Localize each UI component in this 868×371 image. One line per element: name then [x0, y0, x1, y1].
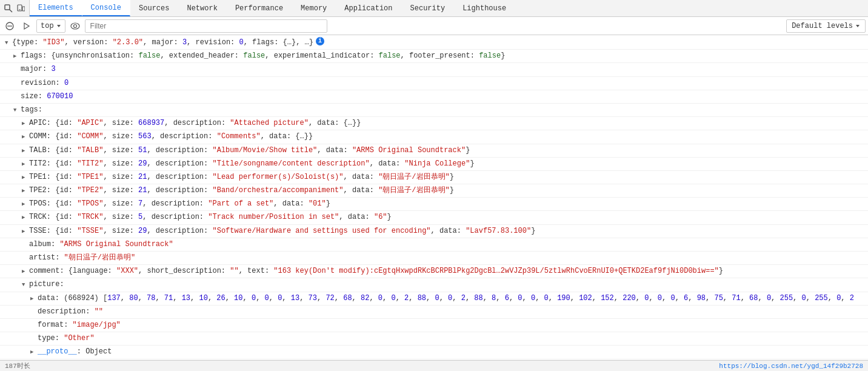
picture-line[interactable]: picture: [0, 278, 868, 292]
expand-proto-picture[interactable] [30, 346, 38, 358]
expand-data-array[interactable] [30, 293, 38, 304]
devtools-icons [0, 0, 30, 16]
artist-line: artist: "朝日温子/岩田恭明" [0, 252, 868, 265]
status-bar: 187时长 https://blog.csdn.net/ygd_14f29b27… [0, 360, 868, 371]
context-selector[interactable]: top [36, 19, 65, 33]
toolbar: top Default levels [0, 17, 868, 35]
revision-line: revision: 0 [0, 77, 868, 90]
tpos-line[interactable]: TPOS: {id: "TPOS", size: 7, description:… [0, 198, 868, 211]
expand-trck[interactable] [22, 212, 29, 223]
expand-flags[interactable] [13, 50, 21, 62]
svg-point-9 [71, 23, 79, 29]
levels-selector[interactable]: Default levels [786, 19, 866, 33]
tab-bar: Elements Console Sources Network Perform… [0, 0, 868, 17]
tpe1-line[interactable]: TPE1: {id: "TPE1", size: 21, description… [0, 171, 868, 184]
svg-marker-7 [24, 23, 29, 29]
expand-root[interactable] [5, 37, 12, 48]
tab-console[interactable]: Console [82, 0, 130, 16]
svg-rect-0 [5, 5, 10, 10]
expand-comm[interactable] [22, 131, 29, 142]
comment-line[interactable]: comment: {language: "XXX", short_descrip… [0, 265, 868, 278]
expand-tpe1[interactable] [22, 172, 29, 183]
filter-input[interactable] [85, 19, 327, 33]
trck-line[interactable]: TRCK: {id: "TRCK", size: 5, description:… [0, 211, 868, 224]
expand-comment[interactable] [22, 266, 29, 277]
tit2-line[interactable]: TIT2: {id: "TIT2", size: 29, description… [0, 158, 868, 171]
clear-button[interactable] [2, 19, 17, 33]
tab-security[interactable]: Security [402, 0, 455, 16]
tags-line[interactable]: tags: [0, 104, 868, 117]
expand-tpos[interactable] [22, 198, 29, 210]
tab-performance[interactable]: Performance [227, 0, 292, 16]
expand-tpe2[interactable] [22, 185, 29, 196]
status-left: 187时长 [5, 361, 30, 370]
inspect-icon[interactable] [4, 4, 13, 13]
tpe2-line[interactable]: TPE2: {id: "TPE2", size: 21, description… [0, 184, 868, 198]
expand-picture[interactable] [22, 279, 29, 290]
major-line: major: 3 [0, 63, 868, 76]
tab-network[interactable]: Network [178, 0, 226, 16]
tab-sources[interactable]: Sources [130, 0, 178, 16]
expand-talb[interactable] [22, 145, 29, 156]
tab-application[interactable]: Application [336, 0, 401, 16]
flags-line[interactable]: flags: {unsynchronisation: false, extend… [0, 50, 868, 63]
expand-tsse[interactable] [22, 226, 29, 237]
console-root-line[interactable]: {type: "ID3", version: "2.3.0", major: 3… [0, 36, 868, 50]
picture-type-line: type: "Other" [0, 332, 868, 346]
description-line: description: "" [0, 306, 868, 319]
comm-line[interactable]: COMM: {id: "COMM", size: 563, descriptio… [0, 130, 868, 144]
expand-tags[interactable] [13, 104, 21, 116]
eye-button[interactable] [68, 19, 82, 33]
pause-button[interactable] [19, 19, 34, 33]
expand-apic[interactable] [22, 118, 29, 129]
console-output: {type: "ID3", version: "2.3.0", major: 3… [0, 35, 868, 360]
proto-picture-line[interactable]: __proto__: Object [0, 346, 868, 359]
album-line: album: "ARMS Original Soundtrack" [0, 238, 868, 252]
tsse-line[interactable]: TSSE: {id: "TSSE", size: 29, description… [0, 225, 868, 238]
size-line: size: 670010 [0, 90, 868, 104]
device-icon[interactable] [16, 4, 25, 13]
tab-memory[interactable]: Memory [292, 0, 336, 16]
svg-rect-3 [22, 7, 25, 11]
format-line: format: "image/jpg" [0, 319, 868, 332]
info-icon[interactable]: i [316, 37, 324, 45]
tab-elements[interactable]: Elements [30, 0, 82, 16]
apic-line[interactable]: APIC: {id: "APIC", size: 668937, descrip… [0, 117, 868, 130]
expand-tit2[interactable] [22, 158, 29, 170]
svg-marker-8 [57, 25, 61, 27]
tab-lighthouse[interactable]: Lighthouse [454, 0, 515, 16]
svg-point-10 [73, 24, 76, 27]
talb-line[interactable]: TALB: {id: "TALB", size: 51, description… [0, 144, 868, 158]
status-right: https://blog.csdn.net/ygd_14f29b2728 [719, 363, 863, 370]
data-array-line[interactable]: data: (668924) [137, 80, 78, 71, 13, 10,… [0, 292, 868, 306]
svg-marker-11 [856, 25, 860, 27]
svg-line-1 [10, 10, 12, 12]
